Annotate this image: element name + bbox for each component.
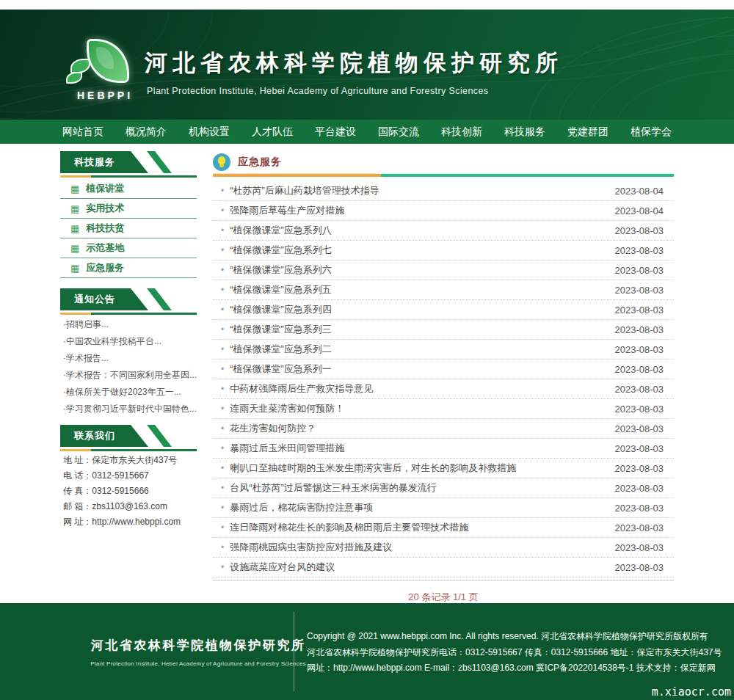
article-date: 2023-08-03 <box>615 522 664 533</box>
notice-item[interactable]: ·中国农业科学投稿平台... <box>60 333 197 350</box>
article-title[interactable]: 暴雨过后玉米田间管理措施 <box>230 442 606 455</box>
nav-item-home[interactable]: 网站首页 <box>51 120 115 144</box>
contact-address: 地 址：保定市东关大街437号 <box>60 453 197 468</box>
grid-icon: ▦ <box>70 224 79 233</box>
article-date: 2023-08-03 <box>615 503 664 514</box>
notice-item[interactable]: ·学习贯彻习近平新时代中国特色... <box>60 401 197 418</box>
nav-item-platform[interactable]: 平台建设 <box>304 120 367 144</box>
nav-item-society[interactable]: 植保学会 <box>619 120 683 144</box>
article-title[interactable]: “植保微课堂”应急系列四 <box>230 303 606 316</box>
grid-icon: ▦ <box>70 263 79 273</box>
article-date: 2023-08-04 <box>615 205 664 216</box>
nav-item-talent[interactable]: 人才队伍 <box>241 120 304 144</box>
article-title[interactable]: 喇叭口至抽雄时期的玉米发生雨涝灾害后，对生长的影响及补救措施 <box>230 462 606 475</box>
article-row[interactable]: •喇叭口至抽雄时期的玉米发生雨涝灾害后，对生长的影响及补救措施2023-08-0… <box>213 459 674 478</box>
article-date: 2023-08-03 <box>615 483 664 494</box>
section-title: 应急服务 <box>238 156 282 169</box>
nav-item-service[interactable]: 科技服务 <box>493 120 556 144</box>
panel-title: 联系我们 <box>60 425 159 447</box>
article-row[interactable]: •“植保微课堂”应急系列五2023-08-03 <box>213 280 674 300</box>
sidebar-item-poverty-alleviation[interactable]: ▦ 科技扶贫 <box>60 219 197 238</box>
grid-icon: ▦ <box>70 184 79 194</box>
article-title[interactable]: 强降雨桃园病虫害防控应对措施及建议 <box>230 541 606 554</box>
nav-item-innovation[interactable]: 科技创新 <box>430 120 493 144</box>
bullet-icon: • <box>221 483 224 493</box>
panel-title: 科技服务 <box>60 151 159 173</box>
footer-subtitle: Plant Protection Institute, Hebei Academ… <box>73 660 323 667</box>
notice-item[interactable]: ·学术报告：不同国家利用全基因... <box>60 367 197 384</box>
article-title[interactable]: “植保微课堂”应急系列八 <box>230 224 606 237</box>
article-title[interactable]: 台风“杜苏芮”过后警惕这三种玉米病害的暴发流行 <box>230 481 606 495</box>
article-row[interactable]: •“植保微课堂”应急系列七2023-08-03 <box>213 241 674 260</box>
contact-website: 网 址：http://www.hebppi.com <box>60 514 197 530</box>
article-title[interactable]: 设施蔬菜应对台风的建议 <box>230 561 606 574</box>
article-title[interactable]: “植保微课堂”应急系列六 <box>230 263 606 277</box>
article-row[interactable]: •暴雨过后玉米田间管理措施2023-08-03 <box>213 439 674 459</box>
article-title[interactable]: “植保微课堂”应急系列三 <box>230 323 606 336</box>
panel-notice: 通知公告 ·招聘启事... ·中国农业科学投稿平台... ·学术报告... ·学… <box>60 288 197 418</box>
article-row[interactable]: •设施蔬菜应对台风的建议2023-08-03 <box>213 558 674 577</box>
article-date: 2023-08-03 <box>615 324 664 335</box>
article-date: 2023-08-03 <box>615 285 664 296</box>
article-title[interactable]: 暴雨过后，棉花病害防控注意事项 <box>230 501 606 514</box>
nav-item-party[interactable]: 党建群团 <box>556 120 619 144</box>
article-row[interactable]: •台风“杜苏芮”过后警惕这三种玉米病害的暴发流行2023-08-03 <box>213 478 674 498</box>
article-row[interactable]: •中药材强降雨后生产救灾指导意见2023-08-03 <box>213 379 674 399</box>
site-footer: 河北省农林科学院植物保护研究所 Plant Protection Institu… <box>0 603 734 700</box>
article-date: 2023-08-03 <box>615 225 664 236</box>
sidebar-item-lecture[interactable]: ▦ 植保讲堂 <box>60 179 197 199</box>
article-row[interactable]: •“植保微课堂”应急系列一2023-08-03 <box>213 360 674 379</box>
article-row[interactable]: •“杜苏芮”后麻山药栽培管理技术指导2023-08-04 <box>213 181 674 201</box>
bullet-icon: • <box>221 285 224 295</box>
panel-header: 联系我们 <box>60 425 197 453</box>
nav-item-international[interactable]: 国际交流 <box>367 120 430 144</box>
article-title[interactable]: “植保微课堂”应急系列七 <box>230 244 606 257</box>
article-title[interactable]: 连日降雨对棉花生长的影响及棉田雨后主要管理技术措施 <box>230 521 606 534</box>
article-row[interactable]: •“植保微课堂”应急系列二2023-08-03 <box>213 340 674 360</box>
article-list: •“杜苏芮”后麻山药栽培管理技术指导2023-08-04 •强降雨后草莓生产应对… <box>213 181 674 577</box>
notice-item[interactable]: ·植保所关于做好2023年五一... <box>60 384 197 401</box>
bullet-icon: • <box>221 503 224 513</box>
article-row[interactable]: •“植保微课堂”应急系列四2023-08-03 <box>213 300 674 320</box>
article-date: 2023-08-03 <box>615 542 664 553</box>
sidebar-item-label: 示范基地 <box>86 241 124 255</box>
article-title[interactable]: “植保微课堂”应急系列一 <box>230 362 606 376</box>
article-row[interactable]: •强降雨后草莓生产应对措施2023-08-04 <box>213 201 674 221</box>
article-row[interactable]: •“植保微课堂”应急系列三2023-08-03 <box>213 320 674 340</box>
article-title[interactable]: 中药材强降雨后生产救灾指导意见 <box>230 382 606 395</box>
sidebar-item-label: 应急服务 <box>86 261 124 274</box>
article-row[interactable]: •强降雨桃园病虫害防控应对措施及建议2023-08-03 <box>213 538 674 558</box>
footer-divider <box>294 612 294 691</box>
notice-item[interactable]: ·招聘启事... <box>60 316 197 333</box>
sidebar-item-demo-base[interactable]: ▦ 示范基地 <box>60 238 197 258</box>
article-date: 2023-08-03 <box>615 404 664 415</box>
sidebar-item-emergency-service[interactable]: ▦ 应急服务 <box>60 258 197 278</box>
sidebar-item-label: 实用技术 <box>86 202 124 215</box>
article-title[interactable]: 连雨天韭菜涝害如何预防！ <box>230 402 606 415</box>
panel-underline <box>60 449 197 451</box>
article-row[interactable]: •“植保微课堂”应急系列八2023-08-03 <box>213 221 674 241</box>
site-title: 河北省农林科学院植物保护研究所 <box>145 48 563 79</box>
article-row[interactable]: •“植保微课堂”应急系列六2023-08-03 <box>213 260 674 280</box>
site-logo[interactable]: HEBPPI <box>62 39 148 101</box>
notice-item[interactable]: ·学术报告... <box>60 350 197 367</box>
nav-item-overview[interactable]: 概况简介 <box>115 120 178 144</box>
article-row[interactable]: •连日降雨对棉花生长的影响及棉田雨后主要管理技术措施2023-08-03 <box>213 518 674 538</box>
bullet-icon: • <box>221 463 224 473</box>
sidebar-item-practical-tech[interactable]: ▦ 实用技术 <box>60 199 197 219</box>
article-title[interactable]: “杜苏芮”后麻山药栽培管理技术指导 <box>230 184 606 197</box>
article-title[interactable]: 花生涝害如何防控？ <box>230 422 606 435</box>
article-row[interactable]: •连雨天韭菜涝害如何预防！2023-08-03 <box>213 399 674 419</box>
article-row[interactable]: •暴雨过后，棉花病害防控注意事项2023-08-03 <box>213 498 674 518</box>
article-title[interactable]: “植保微课堂”应急系列五 <box>230 283 606 296</box>
grid-icon: ▦ <box>70 244 79 253</box>
sidebar: 科技服务 ▦ 植保讲堂 ▦ 实用技术 ▦ 科技扶贫 ▦ <box>60 151 197 604</box>
article-title[interactable]: “植保微课堂”应急系列二 <box>230 343 606 356</box>
main-content: 应急服务 •“杜苏芮”后麻山药栽培管理技术指导2023-08-04 •强降雨后草… <box>213 151 674 604</box>
leaf-logo-icon <box>62 39 148 86</box>
nav-item-organization[interactable]: 机构设置 <box>178 120 241 144</box>
bullet-icon: • <box>221 443 224 453</box>
article-title[interactable]: 强降雨后草莓生产应对措施 <box>230 204 606 217</box>
contact-fax: 传 真：0312-5915666 <box>60 484 197 499</box>
article-row[interactable]: •花生涝害如何防控？2023-08-03 <box>213 419 674 439</box>
